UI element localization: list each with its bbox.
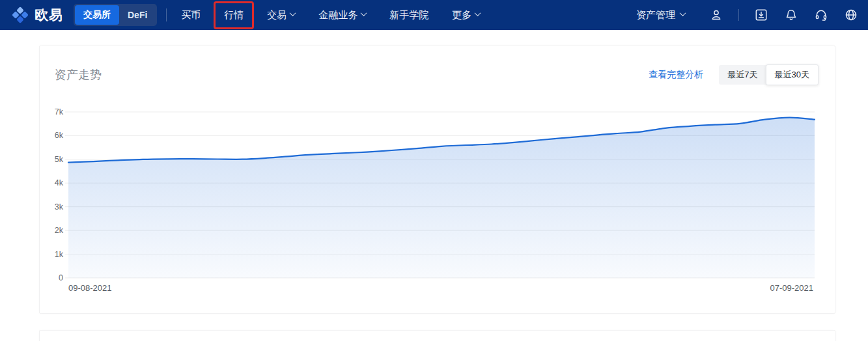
brand-logo[interactable]: 欧易 — [10, 5, 63, 25]
download-icon[interactable] — [753, 7, 769, 23]
chevron-down-icon — [361, 10, 367, 16]
next-section-card — [39, 330, 835, 341]
y-axis-tick-label: 4k — [40, 178, 63, 188]
okx-logo-icon — [10, 5, 30, 25]
nav-divider — [738, 9, 739, 21]
toggle-defi[interactable]: DeFi — [119, 6, 156, 24]
y-axis-tick-label: 6k — [40, 130, 63, 141]
headset-icon[interactable] — [813, 7, 829, 23]
brand-name: 欧易 — [35, 6, 63, 24]
y-axis-tick-label: 3k — [40, 202, 63, 212]
nav-item-finance[interactable]: 金融业务 — [318, 7, 366, 24]
y-axis-tick-label: 0 — [40, 273, 63, 283]
nav-item-trade[interactable]: 交易 — [267, 7, 295, 24]
y-axis-tick-label: 2k — [40, 225, 63, 236]
user-icon[interactable] — [708, 7, 724, 23]
nav-item-buy[interactable]: 买币 — [181, 7, 201, 24]
bell-icon[interactable] — [783, 7, 799, 23]
y-axis-tick-label: 7k — [40, 107, 63, 117]
nav-item-academy[interactable]: 新手学院 — [389, 7, 428, 24]
asset-trend-chart: 7k6k5k4k3k2k1k0 09-08-2021 07-09-2021 — [40, 46, 835, 313]
top-navbar: 欧易 交易所 DeFi 买币 行情 交易 金融业务 新手学院 — [0, 0, 868, 30]
y-axis-tick-label: 1k — [40, 249, 63, 260]
nav-item-markets[interactable]: 行情 — [224, 7, 244, 24]
nav-item-more[interactable]: 更多 — [452, 7, 480, 24]
asset-management-menu[interactable]: 资产管理 — [636, 9, 685, 21]
x-axis-end-label: 07-09-2021 — [770, 283, 814, 293]
chevron-down-icon — [290, 10, 296, 16]
chevron-down-icon — [680, 10, 686, 16]
asset-trend-svg — [65, 109, 815, 280]
nav-divider — [166, 8, 167, 21]
asset-trend-card: 资产走势 查看完整分析 最近7天 最近30天 7k6k5k4k3k2k1k0 0… — [39, 46, 835, 314]
x-axis-start-label: 09-08-2021 — [68, 283, 112, 293]
toggle-exchange[interactable]: 交易所 — [75, 5, 119, 25]
y-axis-tick-label: 5k — [40, 154, 63, 165]
nav-links: 买币 行情 交易 金融业务 新手学院 更多 — [181, 7, 480, 24]
chevron-down-icon — [475, 10, 481, 16]
exchange-defi-toggle: 交易所 DeFi — [74, 4, 157, 26]
globe-icon[interactable] — [843, 7, 859, 23]
